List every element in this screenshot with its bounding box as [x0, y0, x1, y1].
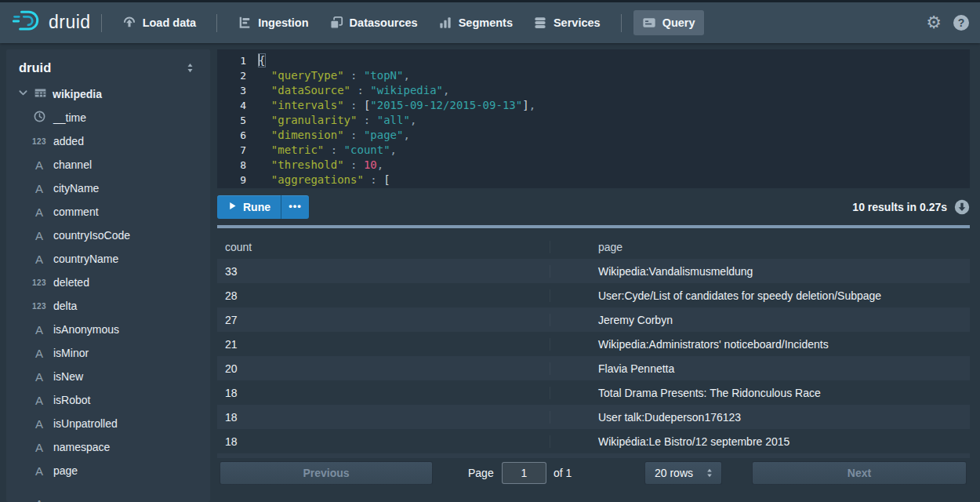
string-type-icon: A [35, 347, 43, 360]
column-item-page[interactable]: Apage [6, 459, 210, 482]
nav-right: ⚙ ? [926, 14, 969, 31]
column-item-namespace[interactable]: Anamespace [6, 435, 210, 459]
nav-item-label: Datasources [350, 16, 418, 29]
column-item-channel[interactable]: Achannel [6, 153, 210, 176]
column-label: namespace [53, 441, 110, 453]
run-more-button[interactable]: ••• [281, 195, 309, 219]
column-item-delta[interactable]: 123delta [6, 294, 210, 318]
number-type-icon: 123 [32, 302, 46, 311]
previous-page-button[interactable]: Previous [220, 461, 433, 485]
column-item-isUnpatrolled[interactable]: AisUnpatrolled [6, 412, 210, 435]
column-item-added[interactable]: 123added [6, 129, 210, 153]
line-number: 8 [217, 158, 258, 173]
rows-per-page-select[interactable]: 20 rows [644, 461, 722, 485]
datasource-row-wikipedia[interactable]: wikipedia [6, 82, 210, 106]
string-type-icon: A [35, 229, 43, 242]
line-number: 6 [217, 128, 258, 143]
string-type-icon: A [35, 323, 43, 336]
string-type-icon: A [35, 182, 43, 195]
column-label: isMinor [53, 347, 89, 359]
cell-page[interactable]: Jeremy Corbyn [550, 314, 970, 326]
cell-page[interactable]: Flavia Pennetta [550, 362, 970, 375]
cell-page[interactable]: User talk:Dudeperson176123 [550, 411, 970, 424]
nav-item-label: Ingestion [258, 16, 308, 29]
column-item-isMinor[interactable]: AisMinor [6, 341, 210, 365]
cell-count[interactable]: 20 [217, 362, 550, 375]
nav-item-query[interactable]: Query [633, 10, 704, 35]
nav-item-ingestion[interactable]: Ingestion [229, 10, 317, 35]
nav-item-label: Services [554, 16, 601, 29]
brand-wordmark: druid [49, 12, 91, 33]
nav-separator [621, 14, 622, 32]
cell-count[interactable]: 18 [217, 411, 550, 424]
header-cell-page[interactable]: page [550, 241, 970, 253]
run-button[interactable]: Rune [217, 195, 281, 219]
rows-per-page-value: 20 rows [655, 467, 693, 479]
column-item-countryName[interactable]: AcountryName [6, 247, 210, 271]
run-row: Rune ••• 10 results in 0.27s [217, 195, 970, 219]
upload-icon [122, 16, 136, 30]
column-item-isAnonymous[interactable]: AisAnonymous [6, 318, 210, 341]
nav-item-load-data[interactable]: Load data [114, 10, 205, 35]
column-label: isAnonymous [53, 323, 119, 336]
datasource-label: wikipedia [53, 88, 102, 100]
nav-item-label: Query [662, 16, 695, 29]
cell-count[interactable]: 18 [217, 387, 550, 399]
column-item-isNew[interactable]: AisNew [6, 365, 210, 388]
cell-count[interactable]: 33 [217, 265, 550, 278]
cell-page[interactable]: Wikipédia:Le Bistro/12 septembre 2015 [550, 435, 970, 448]
editor-line: 4 "intervals" : ["2015-09-12/2015-09-13"… [217, 98, 970, 113]
column-item-partial: A [6, 492, 210, 502]
column-label: channel [53, 158, 92, 171]
line-number: 7 [217, 143, 258, 158]
column-label: delta [53, 300, 77, 312]
column-item-comment[interactable]: Acomment [6, 200, 210, 224]
nav-item-segments[interactable]: Segments [430, 10, 521, 35]
nav-items: Load dataIngestionDatasourcesSegmentsSer… [112, 10, 706, 35]
editor-line: 6 "dimension" : "page", [217, 128, 970, 143]
column-label: isUnpatrolled [53, 417, 118, 430]
page-number-input[interactable] [502, 462, 546, 484]
schema-sort-icon[interactable] [184, 62, 196, 74]
results-rows: 33Wikipedia:Vandalismusmeldung28User:Cyd… [217, 259, 970, 453]
druid-brand[interactable]: druid [13, 9, 91, 37]
result-count-text: 10 results in 0.27s [852, 201, 947, 213]
caret-sort-icon [704, 467, 715, 478]
column-label: isNew [53, 370, 83, 383]
column-item-__time[interactable]: __time [6, 106, 210, 129]
string-type-icon: A [35, 206, 43, 219]
query-editor[interactable]: 1{2 "queryType" : "topN",3 "dataSource" … [217, 49, 970, 188]
cell-count[interactable]: 28 [217, 289, 550, 302]
header-cell-count[interactable]: count [217, 241, 550, 253]
help-icon[interactable]: ? [953, 15, 969, 31]
table-row: 18Total Drama Presents: The Ridonculous … [217, 380, 970, 405]
cell-count[interactable]: 18 [217, 435, 550, 448]
next-page-button[interactable]: Next [752, 461, 967, 485]
table-row: 21Wikipedia:Administrators' noticeboard/… [217, 332, 970, 356]
column-item-cityName[interactable]: AcityName [6, 176, 210, 200]
schema-tree: wikipedia__time123addedAchannelAcityName… [6, 82, 210, 502]
column-label: countryIsoCode [53, 229, 130, 242]
database-icon [533, 16, 547, 30]
editor-results-splitter[interactable] [217, 225, 970, 228]
console-icon [642, 16, 656, 30]
cell-page[interactable]: Total Drama Presents: The Ridonculous Ra… [550, 387, 970, 399]
settings-gear-icon[interactable]: ⚙ [926, 14, 942, 31]
column-label: countryName [53, 253, 118, 265]
nav-item-services[interactable]: Services [524, 10, 609, 35]
nav-item-datasources[interactable]: Datasources [321, 10, 426, 35]
column-item-deleted[interactable]: 123deleted [6, 271, 210, 294]
column-item-countryIsoCode[interactable]: AcountryIsoCode [6, 224, 210, 247]
column-label: deleted [53, 276, 89, 289]
line-number: 2 [217, 68, 258, 83]
run-button-group: Rune ••• [217, 195, 309, 219]
cell-page[interactable]: Wikipedia:Administrators' noticeboard/In… [550, 338, 970, 351]
column-label: comment [53, 206, 99, 218]
pagination-bar: Previous Page of 1 20 rows Next [217, 461, 970, 485]
column-item-isRobot[interactable]: AisRobot [6, 388, 210, 412]
cell-page[interactable]: Wikipedia:Vandalismusmeldung [550, 265, 970, 278]
cell-page[interactable]: User:Cyde/List of candidates for speedy … [550, 289, 970, 302]
download-icon[interactable] [954, 199, 970, 215]
cell-count[interactable]: 27 [217, 314, 550, 326]
cell-count[interactable]: 21 [217, 338, 550, 351]
